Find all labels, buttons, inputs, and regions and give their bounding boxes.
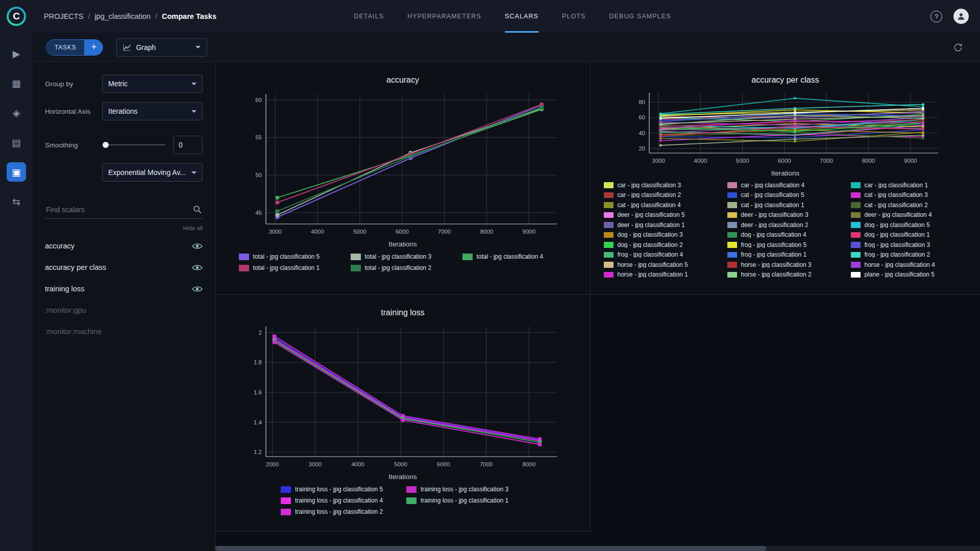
svg-text:3000: 3000	[652, 158, 665, 164]
group-by-select[interactable]: Metric	[102, 74, 203, 93]
metric-row-monitor-gpu[interactable]: :monitor:gpu	[45, 299, 203, 321]
smoothing-slider-knob[interactable]	[103, 142, 109, 148]
legend-entry[interactable]: dog - jpg classification 1	[851, 232, 967, 238]
tab-scalars[interactable]: SCALARS	[505, 0, 538, 33]
legend-entry[interactable]: car - jpg classification 3	[604, 182, 720, 188]
legend-entry[interactable]: training loss - jpg classification 2	[281, 508, 399, 515]
legend-entry[interactable]: total - jpg classification 5	[239, 253, 344, 260]
legend-entry[interactable]: frog - jpg classification 2	[851, 252, 967, 258]
legend-entry[interactable]: total - jpg classification 4	[462, 253, 567, 260]
smoothing-value-input[interactable]	[173, 136, 203, 154]
user-avatar[interactable]	[953, 9, 969, 24]
projects-icon[interactable]: ▦	[7, 73, 26, 93]
legend-entry[interactable]: cat - jpg classification 5	[727, 192, 844, 198]
legend-label: frog - jpg classification 4	[618, 252, 683, 258]
applications-icon[interactable]: ▣	[7, 162, 26, 182]
legend-swatch	[727, 222, 737, 228]
breadcrumb-project-name[interactable]: jpg_classification	[94, 12, 151, 20]
legend-entry[interactable]: cat - jpg classification 1	[727, 202, 844, 208]
chart-plot-accuracy_per_class[interactable]: 300040005000600070008000900020406080	[625, 88, 946, 168]
header-tabs: DETAILSHYPERPARAMETERSSCALARSPLOTSDEBUG …	[354, 0, 671, 33]
smoothing-type-select[interactable]: Exponential Moving Av...	[102, 163, 203, 182]
legend-entry[interactable]: total - jpg classification 3	[351, 253, 455, 260]
clearml-logo[interactable]: C	[7, 7, 26, 26]
side-rail: ▶▦◈▤▣⇆	[0, 33, 33, 551]
legend-entry[interactable]: total - jpg classification 1	[239, 264, 344, 271]
tasks-button[interactable]: TASKS +	[46, 39, 103, 56]
tab-details[interactable]: DETAILS	[354, 0, 384, 33]
legend-entry[interactable]: cat - jpg classification 3	[851, 192, 967, 198]
legend-entry[interactable]: horse - jpg classification 2	[727, 272, 844, 278]
legend-entry[interactable]: deer - jpg classification 2	[727, 222, 844, 228]
models-icon[interactable]: ◈	[7, 103, 26, 122]
chevron-down-icon	[191, 171, 197, 174]
eye-icon[interactable]	[192, 285, 203, 293]
x-axis-label: Iterations	[771, 169, 800, 177]
metric-row-monitor-machine[interactable]: :monitor:machine	[45, 321, 203, 342]
tab-debug-samples[interactable]: DEBUG SAMPLES	[609, 0, 671, 33]
horizontal-scrollbar-thumb[interactable]	[215, 546, 766, 551]
breadcrumb-projects[interactable]: PROJECTS	[44, 12, 83, 20]
svg-text:9000: 9000	[903, 158, 917, 164]
legend-entry[interactable]: cat - jpg classification 4	[604, 202, 720, 208]
legend-entry[interactable]: training loss - jpg classification 3	[406, 486, 525, 493]
legend-entry[interactable]: deer - jpg classification 4	[851, 212, 967, 218]
legend-swatch	[851, 232, 861, 238]
legend-entry[interactable]: plane - jpg classification 5	[851, 272, 967, 278]
legend-label: horse - jpg classification 4	[865, 262, 935, 268]
legend-entry[interactable]: dog - jpg classification 3	[604, 232, 720, 238]
legend-entry[interactable]: frog - jpg classification 1	[727, 252, 844, 258]
legend-entry[interactable]: training loss - jpg classification 4	[281, 497, 399, 504]
legend-entry[interactable]: total - jpg classification 2	[351, 264, 455, 271]
legend-entry[interactable]: training loss - jpg classification 1	[406, 497, 525, 504]
chart-plot-accuracy[interactable]: 300040005000600070008000900045505560	[239, 88, 566, 239]
chart-title: accuracy	[386, 76, 419, 85]
legend-entry[interactable]: frog - jpg classification 3	[851, 242, 967, 248]
tab-hyperparameters[interactable]: HYPERPARAMETERS	[407, 0, 481, 33]
legend-entry[interactable]: cat - jpg classification 2	[851, 202, 967, 208]
legend-entry[interactable]: horse - jpg classification 5	[604, 262, 720, 268]
add-task-button[interactable]: +	[84, 40, 103, 55]
legend-entry[interactable]: car - jpg classification 4	[727, 182, 844, 188]
legend-entry[interactable]: deer - jpg classification 5	[604, 212, 720, 218]
workers-queues-icon[interactable]: ⇆	[7, 192, 26, 211]
legend-entry[interactable]: dog - jpg classification 5	[851, 222, 967, 228]
tab-plots[interactable]: PLOTS	[562, 0, 586, 33]
eye-icon[interactable]	[192, 242, 203, 250]
legend-entry[interactable]: horse - jpg classification 1	[604, 272, 720, 278]
legend-entry[interactable]: dog - jpg classification 2	[604, 242, 720, 248]
legend-entry[interactable]: car - jpg classification 1	[851, 182, 967, 188]
metric-row-accuracy-per-class[interactable]: accuracy per class	[45, 257, 203, 278]
metric-row-accuracy[interactable]: accuracy	[45, 235, 203, 257]
legend-entry[interactable]: deer - jpg classification 3	[727, 212, 844, 218]
legend-swatch	[604, 252, 614, 258]
search-icon[interactable]	[193, 205, 202, 216]
legend-entry[interactable]: frog - jpg classification 5	[727, 242, 844, 248]
horizontal-scrollbar[interactable]	[215, 546, 980, 551]
legend-swatch	[604, 222, 614, 228]
metric-row-training-loss[interactable]: training loss	[45, 278, 203, 299]
x-axis-label: Iterations	[388, 240, 417, 248]
legend-entry[interactable]: frog - jpg classification 4	[604, 252, 720, 258]
help-button[interactable]: ?	[930, 11, 942, 22]
smoothing-slider[interactable]	[103, 144, 165, 145]
legend-entry[interactable]: car - jpg classification 2	[604, 192, 720, 198]
hide-all-button[interactable]: Hide all	[45, 225, 203, 231]
refresh-button[interactable]	[949, 39, 967, 56]
legend-entry[interactable]: dog - jpg classification 4	[727, 232, 844, 238]
legend-entry[interactable]: deer - jpg classification 1	[604, 222, 720, 228]
svg-text:5000: 5000	[394, 461, 407, 467]
legend-entry[interactable]: horse - jpg classification 4	[851, 262, 967, 268]
view-mode-select[interactable]: Graph	[116, 38, 207, 57]
legend-entry[interactable]: horse - jpg classification 3	[727, 262, 844, 268]
search-input[interactable]	[45, 201, 203, 219]
eye-icon[interactable]	[192, 264, 203, 271]
svg-text:7000: 7000	[480, 461, 493, 467]
pipelines-icon[interactable]: ▤	[7, 133, 26, 152]
breadcrumb: PROJECTS / jpg_classification / Compare …	[44, 12, 216, 20]
horizontal-axis-select[interactable]: Iterations	[102, 102, 203, 120]
legend-swatch	[727, 252, 737, 258]
legend-entry[interactable]: training loss - jpg classification 5	[281, 486, 399, 493]
chart-plot-training_loss[interactable]: 20003000400050006000700080001.21.41.61.8…	[239, 320, 566, 472]
dashboard-icon[interactable]: ▶	[7, 44, 26, 63]
